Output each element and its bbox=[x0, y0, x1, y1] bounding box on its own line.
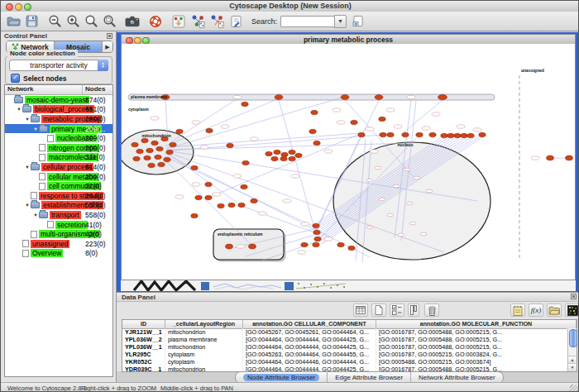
tree-row[interactable]: ▼biological_process651(0) bbox=[5, 105, 112, 115]
tree-row[interactable]: ▼establishment of lo558(0) bbox=[5, 201, 112, 211]
scrollbar-thumb[interactable] bbox=[569, 329, 577, 347]
data-panel-title: Data Panel bbox=[122, 294, 156, 301]
tree-row[interactable]: ▼primary metabo209(... bbox=[5, 124, 112, 134]
search-dropdown-arrow[interactable]: ▼ bbox=[334, 15, 347, 28]
table-cell: YJR121W__1 bbox=[122, 328, 165, 336]
save-session-button[interactable] bbox=[24, 14, 39, 29]
table-row[interactable]: YKR052Ccytoplasm[GO:0044464, GO:0044446,… bbox=[122, 358, 567, 366]
select-attributes-button[interactable] bbox=[390, 304, 404, 317]
search-input[interactable] bbox=[280, 16, 334, 27]
notepad-button[interactable] bbox=[510, 304, 525, 317]
application-window: Cytoscape Desktop (New Session) Search: … bbox=[0, 0, 579, 392]
data-panel-float-icon[interactable] bbox=[571, 294, 577, 299]
column-header[interactable]: annotation.GO CELLULAR_COMPONENT bbox=[243, 320, 376, 328]
resize-grip[interactable] bbox=[570, 385, 579, 392]
tree-row[interactable]: multi-organism pro42(0) bbox=[5, 229, 112, 239]
tree-row[interactable]: Overview8(0) bbox=[5, 249, 112, 259]
tree-row[interactable]: secretion41(0) bbox=[5, 220, 112, 230]
matrix-button[interactable] bbox=[565, 304, 579, 317]
vizmapper-button[interactable] bbox=[171, 14, 186, 29]
tree-row[interactable]: mosaic-demo-yeast874(0) bbox=[5, 95, 112, 105]
layout-a-button[interactable] bbox=[190, 14, 205, 29]
new-attribute-button[interactable] bbox=[371, 304, 386, 317]
zoom-selected-button[interactable] bbox=[102, 14, 117, 29]
zoom-fit-button[interactable] bbox=[84, 14, 98, 29]
column-header[interactable]: ID bbox=[122, 320, 165, 328]
layout-a-icon bbox=[191, 14, 205, 28]
search-config-button[interactable] bbox=[351, 14, 366, 29]
table-cell: [GO:0005488, GO:0005215, GO:0003674] bbox=[376, 358, 567, 366]
layout-b-button[interactable] bbox=[209, 14, 224, 29]
tree-col-nodes[interactable]: Nodes bbox=[83, 85, 112, 94]
table-cell: [GO:0016787, GO:0005488, GO:0005215, G..… bbox=[376, 366, 567, 371]
tree-row-count: 651(0) bbox=[85, 105, 106, 113]
tree-col-network[interactable]: Network bbox=[5, 85, 83, 94]
network-canvas[interactable]: plasma membrane cytoplasm mitochondrion … bbox=[121, 44, 576, 280]
open-session-button[interactable] bbox=[6, 14, 21, 29]
dropdown-stepper-icon: ▲▼ bbox=[98, 60, 108, 71]
network-graph[interactable]: plasma membrane cytoplasm mitochondrion … bbox=[122, 44, 576, 280]
formula-button[interactable]: f(x) bbox=[529, 304, 543, 317]
table-row[interactable]: YPL036W__2plasma membrane[GO:0044464, GO… bbox=[122, 336, 567, 343]
attribute-table-body: YJR121W__1mitochondrion[GO:0045267, GO:0… bbox=[122, 328, 567, 371]
table-row[interactable]: YLR295Ccytoplasm[GO:0045263, GO:0044464,… bbox=[122, 351, 567, 358]
expander-icon[interactable]: ▼ bbox=[24, 203, 31, 208]
column-header[interactable]: _cellularLayoutRegion bbox=[165, 320, 243, 328]
expander-icon[interactable]: ▼ bbox=[24, 117, 31, 122]
table-row[interactable]: YDR039C__1mitochondrion[GO:0044464, GO:0… bbox=[122, 366, 567, 371]
table-row[interactable]: YJR121W__1mitochondrion[GO:0045267, GO:0… bbox=[122, 328, 567, 336]
tab-overflow-arrow[interactable]: ▶ bbox=[103, 41, 112, 52]
tree-row[interactable]: macromolecule311(0) bbox=[5, 153, 112, 163]
table-cell: mitochondrion bbox=[165, 366, 243, 371]
delete-attribute-button[interactable] bbox=[424, 304, 439, 317]
expander-icon[interactable]: ▼ bbox=[32, 127, 39, 131]
tree-row[interactable]: response to stimulu264(0) bbox=[5, 191, 112, 201]
expander-icon[interactable]: ▼ bbox=[32, 213, 39, 218]
annotation-button[interactable] bbox=[228, 14, 243, 29]
camera-icon bbox=[125, 15, 140, 27]
zoom-in-button[interactable] bbox=[65, 14, 80, 29]
network-view-frame[interactable]: primary metabolic process bbox=[117, 32, 579, 292]
status-welcome: Welcome to Cytoscape 2.8.1 bbox=[7, 385, 87, 392]
tree-row[interactable]: cell communicat22(0) bbox=[5, 181, 112, 191]
tree-row[interactable]: unassigned223(0) bbox=[5, 239, 112, 249]
tree-row-count: 209(... bbox=[85, 125, 105, 133]
table-cell: [GO:0016787, GO:0005488, GO:0005215, G..… bbox=[376, 328, 567, 336]
grid-icon bbox=[356, 306, 366, 314]
tree-row[interactable]: ▼cellular process614(0) bbox=[5, 162, 112, 172]
select-nodes-checkbox[interactable]: ✓ bbox=[11, 74, 20, 83]
import-attributes-button[interactable] bbox=[547, 304, 562, 317]
node-color-selection-title: Node color selection bbox=[7, 50, 78, 57]
page-icon bbox=[39, 173, 45, 180]
tree-row[interactable]: ▼metabolic process280(0) bbox=[5, 114, 112, 124]
tree-row-label: transport bbox=[50, 211, 81, 219]
help-button[interactable] bbox=[148, 14, 163, 29]
table-cell: [GO:0044464, GO:0044444, GO:0044425, G..… bbox=[243, 343, 376, 351]
attribute-columns-button[interactable] bbox=[408, 304, 419, 317]
expander-icon[interactable]: ▼ bbox=[16, 107, 22, 112]
table-scrollbar[interactable]: ▲ ▼ bbox=[567, 328, 577, 371]
snapshot-button[interactable] bbox=[125, 14, 140, 29]
expander-icon[interactable]: ▼ bbox=[24, 165, 31, 170]
column-header[interactable]: annotation.GO MOLECULAR_FUNCTION bbox=[376, 320, 577, 328]
float-panel-icon[interactable] bbox=[107, 33, 112, 39]
tree-row[interactable]: ▼transport558(0) bbox=[5, 210, 112, 220]
table-row[interactable]: YPL036W__1mitochondrion[GO:0044464, GO:0… bbox=[122, 343, 567, 351]
table-cell: [GO:0045263, GO:0044464, GO:0044455, G..… bbox=[243, 351, 376, 358]
tree-row[interactable]: nitrogen compo209(0) bbox=[5, 143, 112, 153]
folder-icon bbox=[548, 306, 560, 315]
network-view-titlebar[interactable]: primary metabolic process bbox=[121, 34, 576, 44]
tree-row[interactable]: cellular metabo209(0) bbox=[5, 172, 112, 182]
status-pan-hint: Middle-click + drag to PAN bbox=[160, 385, 233, 392]
attribute-grid-button[interactable] bbox=[353, 304, 368, 317]
tree-row[interactable]: nucleobase-209(0) bbox=[5, 133, 112, 143]
window-titlebar[interactable]: Cytoscape Desktop (New Session) bbox=[1, 1, 579, 12]
node-color-dropdown[interactable]: transporter activity ▲▼ bbox=[9, 60, 108, 71]
zoom-out-button[interactable] bbox=[47, 14, 62, 29]
unassigned-label: unassigned bbox=[521, 68, 544, 73]
page-icon bbox=[22, 240, 29, 247]
tab-label: Edge Attribute Browser bbox=[335, 374, 403, 381]
scroll-down-arrow[interactable]: ▼ bbox=[568, 363, 577, 371]
table-cell: [GO:0016787, GO:0005215, GO:0003824, G..… bbox=[376, 351, 567, 358]
table-cell: [GO:0044464, GO:0044444, GO:0044425, G..… bbox=[243, 336, 376, 343]
